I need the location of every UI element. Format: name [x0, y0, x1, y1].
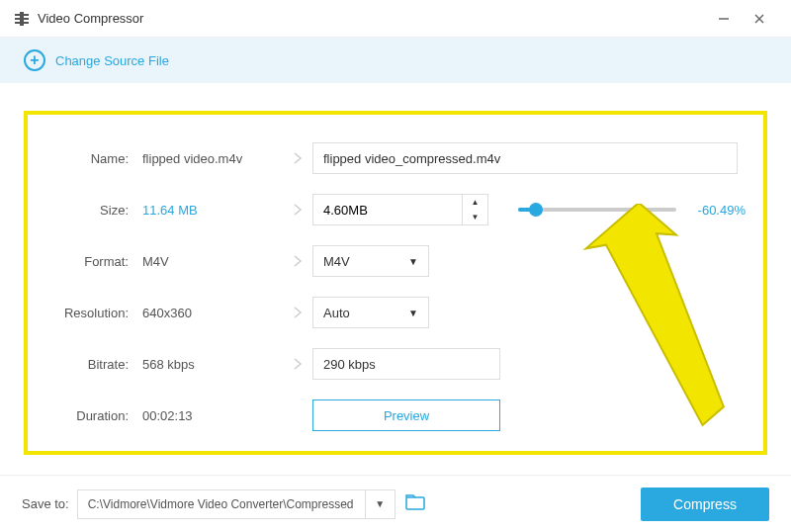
chevron-right-icon — [283, 151, 312, 165]
save-path-dropdown[interactable]: ▼ — [365, 490, 395, 518]
app-icon — [14, 11, 30, 27]
stepper-down-icon[interactable]: ▼ — [463, 210, 487, 224]
original-format: M4V — [134, 254, 283, 269]
change-source-link[interactable]: Change Source File — [55, 53, 169, 68]
footer-bar: Save to: ▼ Compress — [0, 475, 791, 532]
chevron-right-icon — [283, 357, 312, 371]
original-name: flipped video.m4v — [134, 151, 283, 166]
size-stepper[interactable]: ▲ ▼ — [312, 194, 488, 225]
plus-circle-icon[interactable]: + — [24, 49, 45, 71]
row-size: Size: 11.64 MB ▲ ▼ -60.49% — [45, 194, 746, 225]
settings-panel: Name: flipped video.m4v Size: 11.64 MB ▲… — [24, 111, 767, 455]
minimize-button[interactable] — [706, 0, 742, 38]
label-resolution: Resolution: — [45, 306, 134, 320]
caret-down-icon: ▼ — [408, 308, 418, 318]
original-size: 11.64 MB — [134, 203, 283, 218]
label-size: Size: — [45, 203, 134, 218]
row-resolution: Resolution: 640x360 Auto ▼ — [45, 297, 746, 328]
format-select-value: M4V — [323, 254, 350, 269]
resolution-select-value: Auto — [323, 306, 350, 320]
save-path-input[interactable] — [78, 490, 365, 518]
row-format: Format: M4V M4V ▼ — [45, 245, 746, 277]
preview-button[interactable]: Preview — [312, 399, 500, 431]
chevron-right-icon — [283, 306, 312, 319]
open-folder-icon[interactable] — [405, 494, 425, 514]
label-bitrate: Bitrate: — [45, 357, 134, 372]
resolution-select[interactable]: Auto ▼ — [312, 297, 429, 328]
output-name-input[interactable] — [312, 142, 738, 174]
output-size-input[interactable] — [313, 195, 462, 224]
save-to-label: Save to: — [22, 496, 69, 511]
svg-rect-3 — [20, 12, 24, 26]
original-resolution: 640x360 — [134, 306, 283, 320]
close-button[interactable] — [742, 0, 777, 38]
chevron-right-icon — [283, 203, 312, 217]
size-slider[interactable] — [518, 208, 676, 212]
slider-thumb[interactable] — [529, 203, 543, 217]
compress-button[interactable]: Compress — [641, 488, 769, 521]
output-bitrate-input[interactable] — [312, 348, 500, 380]
label-name: Name: — [45, 151, 134, 166]
title-bar: Video Compressor — [0, 0, 791, 38]
source-bar: + Change Source File — [0, 38, 791, 83]
label-format: Format: — [45, 254, 134, 269]
original-bitrate: 568 kbps — [134, 357, 283, 372]
chevron-right-icon — [283, 254, 312, 268]
save-path-box: ▼ — [77, 489, 396, 519]
size-percent: -60.49% — [686, 203, 746, 218]
label-duration: Duration: — [45, 408, 134, 423]
row-duration: Duration: 00:02:13 Preview — [45, 399, 746, 431]
caret-down-icon: ▼ — [408, 256, 418, 267]
window-title: Video Compressor — [38, 11, 706, 26]
row-bitrate: Bitrate: 568 kbps — [45, 348, 746, 380]
format-select[interactable]: M4V ▼ — [312, 245, 429, 277]
stepper-up-icon[interactable]: ▲ — [463, 195, 487, 210]
original-duration: 00:02:13 — [134, 408, 283, 423]
svg-rect-8 — [406, 497, 424, 509]
row-name: Name: flipped video.m4v — [45, 142, 746, 174]
